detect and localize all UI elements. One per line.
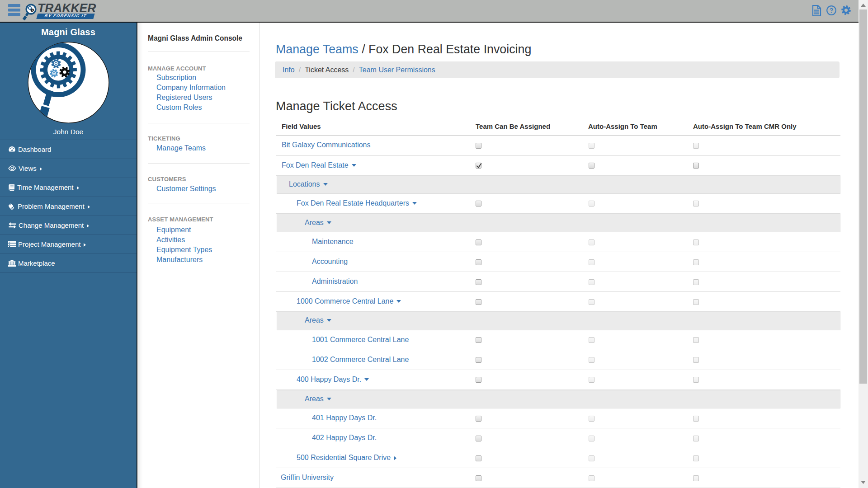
svg-text:?: ? bbox=[830, 7, 834, 14]
